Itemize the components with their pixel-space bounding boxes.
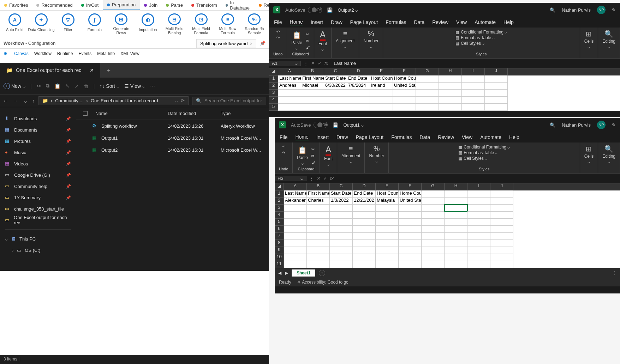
- save-icon[interactable]: 💾: [327, 7, 333, 13]
- cell[interactable]: [353, 233, 376, 240]
- font-button[interactable]: AFont⌵: [318, 30, 327, 52]
- xmlview-tab[interactable]: XML View: [120, 51, 139, 56]
- cell[interactable]: [393, 97, 416, 104]
- sort-button[interactable]: ↑↓Sort⌵: [100, 83, 119, 89]
- tool-multi-field-binning[interactable]: ⊟Multi-Field Binning: [161, 13, 187, 35]
- cell[interactable]: [467, 254, 490, 261]
- cell[interactable]: [490, 212, 513, 219]
- cell[interactable]: Start Date: [330, 190, 353, 198]
- pin-icon[interactable]: 📌: [66, 128, 71, 132]
- runtime-tab[interactable]: Runtime: [57, 51, 73, 56]
- cell[interactable]: End Date: [347, 75, 370, 83]
- ribbon-tab-home[interactable]: Home: [290, 19, 303, 25]
- metainfo-tab[interactable]: Meta Info: [97, 51, 115, 56]
- ribbon-tab-page layout[interactable]: Page Layout: [350, 19, 378, 25]
- cell[interactable]: [376, 233, 399, 240]
- sidebar-item-ysummary[interactable]: ▭1Y Summary📌: [5, 192, 71, 203]
- up-icon[interactable]: ↑: [32, 98, 35, 104]
- cell[interactable]: Alexander: [284, 198, 307, 205]
- cell[interactable]: [330, 254, 353, 261]
- cell[interactable]: End Date: [353, 190, 376, 198]
- sheet-tab[interactable]: Sheet1: [292, 269, 315, 277]
- cell[interactable]: 1/3/2022: [330, 198, 353, 205]
- cell[interactable]: [467, 233, 490, 240]
- ribbon-tab-data[interactable]: Data: [414, 19, 425, 25]
- cell[interactable]: [353, 205, 376, 212]
- category-tab-join[interactable]: Join: [140, 0, 162, 10]
- cell[interactable]: 12/21/202: [353, 198, 376, 205]
- save-icon[interactable]: 💾: [333, 122, 338, 128]
- cell[interactable]: [422, 190, 445, 198]
- cell[interactable]: [445, 254, 467, 261]
- cell[interactable]: [307, 226, 330, 233]
- cell[interactable]: [462, 83, 485, 90]
- search-box[interactable]: 🔍 Search One Excel output for: [192, 97, 266, 105]
- pin-icon[interactable]: 📌: [66, 195, 71, 200]
- cell[interactable]: [284, 212, 307, 219]
- row-header[interactable]: 6: [275, 226, 284, 233]
- cell[interactable]: [393, 104, 416, 111]
- cell[interactable]: [376, 254, 399, 261]
- sidebar-thispc[interactable]: ⌵🖥This PC: [5, 233, 71, 244]
- row-header[interactable]: 3: [269, 90, 278, 97]
- cell[interactable]: First Name: [307, 190, 330, 198]
- col-header[interactable]: I: [467, 183, 490, 190]
- tool-multi-field-formula[interactable]: ⊡Multi-Field Formula: [188, 13, 214, 35]
- col-header[interactable]: E: [376, 183, 399, 190]
- add-sheet-icon[interactable]: +: [319, 270, 325, 276]
- font-button[interactable]: AFont⌵: [324, 145, 333, 167]
- chevron-down-icon[interactable]: ⌵: [175, 98, 178, 103]
- cell[interactable]: [445, 205, 467, 212]
- cell[interactable]: [439, 75, 462, 83]
- cells-button[interactable]: ⊞Cells⌵: [584, 30, 594, 49]
- enter-icon[interactable]: ✓: [323, 176, 327, 181]
- sheet-nav-left[interactable]: ◀: [278, 271, 281, 275]
- rename-icon[interactable]: ✎: [65, 83, 70, 89]
- cell[interactable]: [490, 233, 513, 240]
- cell[interactable]: [347, 104, 370, 111]
- col-header[interactable]: D: [347, 68, 370, 75]
- cell[interactable]: [284, 261, 307, 268]
- ribbon-tab-file[interactable]: File: [280, 134, 288, 140]
- cell[interactable]: [490, 247, 513, 254]
- row-header[interactable]: 5: [269, 104, 278, 111]
- row-header[interactable]: 8: [275, 240, 284, 247]
- tool-generate-rows[interactable]: ⊞Generate Rows: [108, 13, 135, 35]
- cell[interactable]: [347, 97, 370, 104]
- cell[interactable]: [416, 83, 439, 90]
- ribbon-tab-draw[interactable]: Draw: [336, 134, 348, 140]
- breadcrumb[interactable]: 📁 › Community ... › One Excel output for…: [38, 96, 189, 105]
- tool-random---sample[interactable]: %Random % Sample: [241, 13, 268, 35]
- cell[interactable]: [353, 226, 376, 233]
- cell[interactable]: [422, 233, 445, 240]
- cell[interactable]: Host Coun: [370, 75, 393, 83]
- cell[interactable]: [393, 90, 416, 97]
- search-icon[interactable]: 🔍: [550, 7, 555, 13]
- cell[interactable]: [467, 205, 490, 212]
- cell[interactable]: [422, 212, 445, 219]
- cell[interactable]: [490, 205, 513, 212]
- cell-styles-button[interactable]: ▦ Cell Styles ⌵: [455, 41, 507, 46]
- cell[interactable]: [467, 219, 490, 226]
- cell[interactable]: [445, 261, 467, 268]
- workflow-tab[interactable]: Workflow: [34, 51, 52, 56]
- ribbon-tab-view[interactable]: View: [456, 19, 467, 25]
- cell[interactable]: [278, 97, 301, 104]
- delete-icon[interactable]: 🗑: [84, 83, 89, 89]
- cell[interactable]: [422, 247, 445, 254]
- cell[interactable]: First Name: [301, 75, 324, 83]
- select-all[interactable]: ◢: [275, 183, 284, 190]
- cell[interactable]: [370, 90, 393, 97]
- cell[interactable]: [307, 247, 330, 254]
- sidebar-item-music[interactable]: ●Music📌: [5, 147, 71, 158]
- cell[interactable]: Ireland: [370, 83, 393, 90]
- category-tab-favorites[interactable]: Favorites: [0, 0, 32, 10]
- ribbon-tab-formulas[interactable]: Formulas: [391, 134, 412, 140]
- cell[interactable]: [353, 261, 376, 268]
- col-header[interactable]: F: [393, 68, 416, 75]
- cell[interactable]: [462, 97, 485, 104]
- pin-icon[interactable]: 📌: [66, 139, 71, 144]
- cell[interactable]: [399, 212, 422, 219]
- cell[interactable]: [307, 261, 330, 268]
- cell[interactable]: [445, 198, 467, 205]
